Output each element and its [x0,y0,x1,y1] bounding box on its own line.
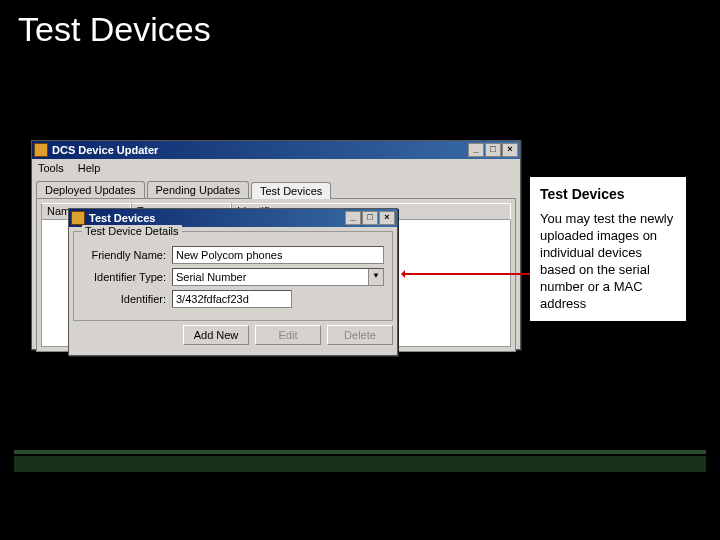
footer-divider-thin [14,450,706,454]
dialog-icon [71,211,85,225]
slide-title: Test Devices [18,10,211,49]
dialog-maximize-button[interactable]: □ [362,211,378,225]
callout-box: Test Devices You may test the newly uplo… [528,175,688,323]
identifier-type-value: Serial Number [173,269,368,285]
group-legend: Test Device Details [82,225,182,237]
footer-divider-thick [14,456,706,472]
menu-help[interactable]: Help [78,162,101,174]
maximize-button[interactable]: □ [485,143,501,157]
app-icon [34,143,48,157]
main-window-title: DCS Device Updater [52,144,158,156]
tabs: Deployed Updates Pending Updates Test De… [36,181,516,198]
tab-test-devices[interactable]: Test Devices [251,182,331,199]
menu-bar: Tools Help [32,159,520,177]
label-identifier-type: Identifier Type: [82,271,172,283]
minimize-button[interactable]: _ [468,143,484,157]
details-groupbox: Test Device Details Friendly Name: New P… [73,231,393,321]
main-titlebar[interactable]: DCS Device Updater _ □ × [32,141,520,159]
dialog-button-row: Add New Edit Delete [73,325,393,345]
dialog-close-button[interactable]: × [379,211,395,225]
menu-tools[interactable]: Tools [38,162,64,174]
add-new-button[interactable]: Add New [183,325,249,345]
dialog-minimize-button[interactable]: _ [345,211,361,225]
close-button[interactable]: × [502,143,518,157]
dialog-title: Test Devices [89,212,155,224]
identifier-input[interactable]: 3/432fdfacf23d [172,290,292,308]
tab-deployed-updates[interactable]: Deployed Updates [36,181,145,198]
callout-connector [402,273,530,275]
test-devices-dialog: Test Devices _ □ × Test Device Details F… [68,208,398,356]
delete-button[interactable]: Delete [327,325,393,345]
edit-button[interactable]: Edit [255,325,321,345]
callout-body: You may test the newly uploaded images o… [540,211,676,312]
callout-title: Test Devices [540,185,676,203]
friendly-name-input[interactable]: New Polycom phones [172,246,384,264]
tab-pending-updates[interactable]: Pending Updates [147,181,249,198]
chevron-down-icon[interactable]: ▼ [368,269,383,285]
label-identifier: Identifier: [82,293,172,305]
identifier-type-combo[interactable]: Serial Number ▼ [172,268,384,286]
label-friendly-name: Friendly Name: [82,249,172,261]
